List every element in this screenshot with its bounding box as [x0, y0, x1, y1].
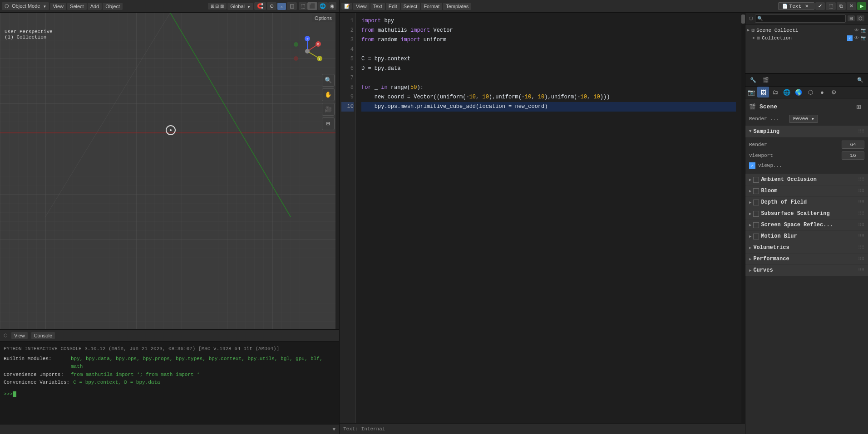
ao-enabled[interactable]: [753, 177, 759, 183]
curves-header[interactable]: ▶ Curves ⠿⠿: [745, 265, 868, 276]
transform-icons[interactable]: ⊞ ⊟ ⊠: [208, 3, 227, 10]
sampling-title: Sampling: [753, 128, 779, 135]
dof-header[interactable]: ▶ Depth of Field ⠿⠿: [745, 197, 868, 208]
new-text-btn[interactable]: ✕: [803, 3, 810, 9]
outliner-type-icon: ⬡: [749, 16, 753, 21]
proportional-btn[interactable]: ⊙: [267, 2, 276, 10]
viewport-scrollbar[interactable]: [335, 13, 339, 329]
mode-selector[interactable]: ⬡ Object Mode ▼: [2, 2, 49, 10]
outliner-sync-btn[interactable]: ⬡: [857, 15, 864, 21]
editor-type-text[interactable]: 📝: [341, 3, 352, 10]
checkbox-eye[interactable]: 👁: [854, 28, 859, 33]
object-menu[interactable]: Object: [103, 3, 123, 10]
origin-marker: [166, 125, 176, 135]
sss-title: Subsurface Scattering: [761, 210, 829, 217]
checkbox-restrict[interactable]: 📷: [861, 28, 866, 33]
close-btn[interactable]: ✕: [847, 2, 856, 10]
gizmo[interactable]: Z X Y: [291, 35, 323, 67]
scene-icon: 🎬: [749, 103, 756, 110]
outliner-filter-btn[interactable]: ⊟: [848, 15, 855, 21]
render-properties-tab[interactable]: 📷: [745, 87, 757, 98]
outliner-search[interactable]: 🔍: [755, 15, 846, 23]
select-menu-3d[interactable]: Select: [67, 3, 87, 10]
hand-btn[interactable]: ✋: [322, 88, 335, 101]
shading-render[interactable]: ◉: [328, 2, 336, 10]
text-text-menu[interactable]: Text: [370, 3, 385, 10]
global-select[interactable]: Global ▼: [227, 3, 253, 10]
physics-tab[interactable]: ⚙: [828, 87, 840, 98]
render-samples-value[interactable]: 64: [842, 141, 864, 149]
xray-btn[interactable]: ◫: [287, 2, 297, 10]
world-tab[interactable]: 🌎: [793, 87, 804, 98]
mb-enabled[interactable]: [753, 234, 759, 239]
viewport-options[interactable]: Options: [312, 15, 335, 22]
shading-solid[interactable]: ⬛: [307, 2, 317, 10]
camera-fly-btn[interactable]: 🎥: [322, 103, 335, 116]
overlay-btn[interactable]: ⬦: [277, 3, 286, 10]
sss-enabled[interactable]: [753, 211, 759, 217]
text-format-menu[interactable]: Format: [421, 3, 442, 10]
scene-collection-label: Scene Collecti: [756, 28, 798, 33]
snap-btn[interactable]: 🧲: [254, 2, 266, 10]
sync-btn[interactable]: ✔: [815, 2, 825, 10]
dof-enabled[interactable]: [753, 200, 759, 205]
props-search-btn[interactable]: 🔍: [854, 75, 866, 86]
render-engine-dropdown[interactable]: Eevee ▼: [789, 115, 818, 123]
text-templates-menu[interactable]: Templates: [443, 3, 471, 10]
ssr-enabled[interactable]: [753, 222, 759, 228]
bloom-enabled[interactable]: [753, 188, 759, 194]
view-menu[interactable]: View: [50, 3, 66, 10]
viewport-samples-value[interactable]: 16: [842, 151, 864, 160]
curves-section: ▶ Curves ⠿⠿: [745, 265, 868, 276]
output-tab[interactable]: 🖼: [757, 87, 769, 98]
collection-checkbox[interactable]: ✓: [847, 35, 853, 41]
shading-wire[interactable]: ⬚: [299, 2, 307, 10]
viewport-toolbar: 🔍 ✋ 🎥 ⊞: [322, 74, 335, 130]
perf-title: Performance: [753, 256, 789, 262]
view-layer-tab[interactable]: 🗂: [769, 87, 781, 98]
mb-header[interactable]: ▶ Motion Blur ⠿⠿: [745, 231, 868, 242]
sampling-header[interactable]: ▼ Sampling ⠿⠿: [745, 126, 868, 137]
ssr-header[interactable]: ▶ Screen Space Reflec... ⠿⠿: [745, 219, 868, 230]
scene-options-btn[interactable]: ⊞: [853, 101, 864, 112]
add-menu[interactable]: Add: [88, 3, 102, 10]
bloom-header[interactable]: ▶ Bloom ⠿⠿: [745, 185, 868, 196]
sss-header[interactable]: ▶ Subsurface Scattering ⠿⠿: [745, 208, 868, 219]
perf-header[interactable]: ▶ Performance ⠿⠿: [745, 254, 868, 264]
console-menu[interactable]: Console: [31, 332, 55, 339]
scene-properties-tab[interactable]: 🌐: [781, 87, 793, 98]
text-file-icon: 📄: [782, 4, 788, 9]
clone-btn[interactable]: ⧉: [837, 2, 846, 10]
scene-tab[interactable]: 🎬: [760, 75, 772, 86]
magnify-btn[interactable]: 🔍: [322, 74, 335, 87]
outliner-scene-collection[interactable]: ▶ ⊞ Scene Collecti 👁 📷: [747, 26, 866, 34]
vol-expand: ▶: [749, 245, 751, 250]
viewport-denoising-checkbox[interactable]: ✓: [749, 162, 755, 169]
collection-cam[interactable]: 📷: [861, 35, 866, 41]
options-btn[interactable]: Options: [312, 15, 335, 22]
console-view-menu[interactable]: View: [11, 332, 28, 339]
grid-view-btn[interactable]: ⊞: [322, 117, 335, 130]
vol-header[interactable]: ▶ Volumetrics ⠿⠿: [745, 242, 868, 253]
curves-drag: ⠿⠿: [858, 268, 864, 273]
text-select-menu[interactable]: Select: [401, 3, 420, 10]
ao-drag: ⠿⠿: [858, 177, 864, 182]
code-scrollbar[interactable]: [741, 13, 745, 423]
scene-name: Scene: [760, 103, 777, 110]
object-tab[interactable]: ⬡: [804, 87, 816, 98]
active-tool-tab[interactable]: 🔧: [747, 75, 759, 86]
text-edit-menu[interactable]: Edit: [386, 3, 400, 10]
ssr-section: ▶ Screen Space Reflec... ⠿⠿: [745, 219, 868, 231]
text-view-menu[interactable]: View: [353, 3, 370, 10]
run-script-btn[interactable]: ▶: [857, 2, 866, 10]
outliner-collection[interactable]: ▶ ⊞ Collection ✓ 👁 📷: [747, 34, 866, 42]
mark-btn[interactable]: ⬚: [826, 2, 836, 10]
code-area[interactable]: import bpy from mathutils import Vector …: [356, 13, 741, 423]
mb-title: Motion Blur: [761, 233, 797, 239]
ao-header[interactable]: ▶ Ambient Occlusion ⠿⠿: [745, 174, 868, 185]
collection-vis[interactable]: 👁: [854, 35, 859, 41]
shading-lpe[interactable]: 🌐: [318, 2, 328, 10]
material-tab[interactable]: ●: [816, 87, 828, 98]
console-prompt[interactable]: >>>: [4, 390, 335, 399]
viewport-denoising-row: ✓ Viewp...: [749, 161, 864, 170]
